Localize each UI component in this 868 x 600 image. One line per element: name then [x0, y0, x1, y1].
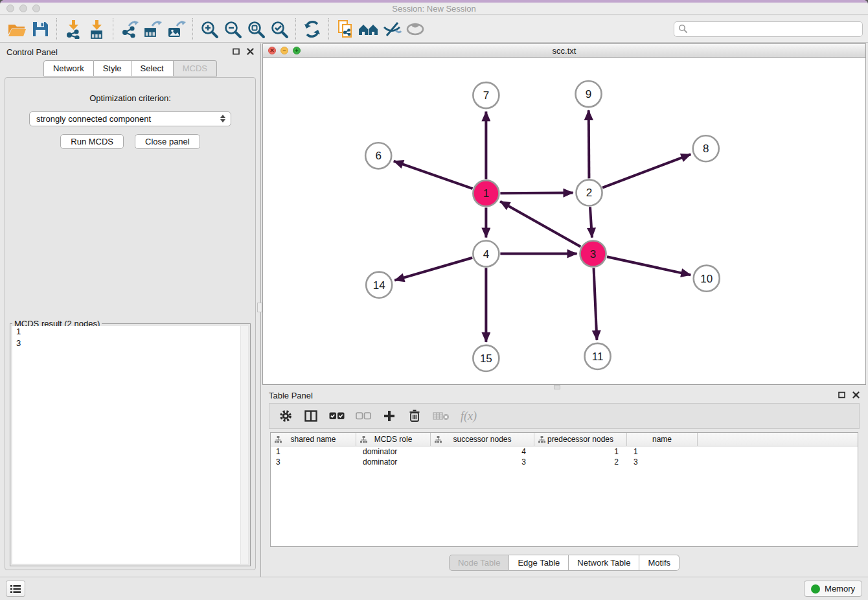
tab-mcds[interactable]: MCDS	[174, 60, 217, 76]
table-cell[interactable]: 3	[271, 457, 356, 467]
columns-icon	[304, 410, 317, 422]
float-panel-icon[interactable]	[233, 48, 240, 55]
graph-node-label-10: 10	[700, 273, 713, 285]
import-table-button[interactable]	[85, 17, 108, 41]
maximize-network-view-button[interactable]: +	[293, 47, 301, 54]
column-header-name[interactable]: name	[627, 433, 698, 446]
show-all-button[interactable]	[404, 17, 427, 41]
first-neighbors-button[interactable]	[357, 17, 380, 41]
network-canvas[interactable]: 1234678910111415	[263, 58, 865, 384]
mcds-result-line: 3	[12, 338, 248, 349]
function-builder-button-disabled: f(x)	[461, 408, 477, 424]
delete-columns-button[interactable]	[407, 408, 422, 424]
tab-edge-table[interactable]: Edge Table	[509, 555, 569, 571]
tab-node-table[interactable]: Node Table	[449, 555, 510, 571]
mcds-result-fieldset: MCDS result (2 nodes) 1 3	[10, 319, 251, 566]
toolbar-separator	[192, 18, 193, 40]
zoom-fit-button[interactable]	[244, 17, 268, 41]
table-cell[interactable]: dominator	[356, 457, 431, 467]
close-panel-icon[interactable]	[852, 391, 860, 398]
delete-table-icon	[433, 411, 450, 421]
save-floppy-icon	[30, 19, 50, 39]
mcds-result-box[interactable]: 1 3	[12, 326, 248, 564]
table-mode-button[interactable]	[279, 408, 293, 424]
export-image-button[interactable]	[165, 17, 188, 41]
control-panel-header: Control Panel	[0, 43, 260, 60]
memory-button[interactable]: Memory	[804, 581, 862, 597]
table-cell[interactable]: dominator	[356, 447, 431, 456]
graph-edge-3-1[interactable]	[500, 202, 580, 247]
graph-edge-1-2[interactable]	[500, 193, 573, 194]
import-network-button[interactable]	[62, 17, 85, 41]
search-input[interactable]	[688, 23, 858, 34]
open-folder-icon	[7, 19, 27, 39]
show-columns-button[interactable]	[304, 408, 318, 424]
right-column: ✕ − + scc.txt 1234678910111415	[261, 43, 868, 577]
column-header-mcds-role[interactable]: MCDS role	[356, 433, 431, 446]
toolbar-separator	[328, 18, 329, 40]
column-header-predecessor-nodes[interactable]: predecessor nodes	[534, 433, 627, 446]
graph-edge-4-14[interactable]	[394, 258, 472, 281]
column-tree-icon	[360, 436, 367, 443]
table-cell[interactable]: 3	[431, 457, 534, 467]
node-table[interactable]: shared name MCDS role	[270, 432, 858, 547]
run-mcds-button[interactable]: Run MCDS	[60, 134, 124, 149]
graph-edge-3-10[interactable]	[607, 257, 691, 275]
dropdown-stepper-icon	[220, 115, 225, 122]
zoom-out-button[interactable]	[221, 17, 244, 41]
tab-select[interactable]: Select	[131, 60, 174, 76]
criterion-dropdown[interactable]: strongly connected component	[29, 111, 231, 126]
table-cell[interactable]: 1	[271, 447, 356, 456]
graph-edge-2-9[interactable]	[589, 110, 589, 178]
graph-edge-3-11[interactable]	[594, 268, 597, 340]
clone-network-button[interactable]	[334, 17, 357, 41]
table-row[interactable]: 1 dominator 4 1 1	[271, 446, 858, 457]
horizontal-splitter-grip[interactable]	[554, 385, 560, 389]
graph-edge-2-3[interactable]	[590, 207, 592, 237]
select-all-button[interactable]	[329, 408, 345, 424]
table-panel-tabs: Node Table Edge Table Network Table Moti…	[262, 555, 866, 571]
zoom-in-button[interactable]	[198, 17, 221, 41]
plus-icon	[383, 410, 395, 422]
table-cell[interactable]: 1	[627, 447, 698, 456]
network-view-titlebar: ✕ − + scc.txt	[263, 44, 865, 58]
search-field[interactable]	[674, 21, 863, 37]
graph-edge-2-8[interactable]	[602, 154, 691, 187]
tab-motifs[interactable]: Motifs	[639, 555, 680, 571]
float-panel-icon[interactable]	[838, 391, 845, 398]
checked-boxes-icon	[329, 412, 345, 420]
minimize-network-view-button[interactable]: −	[280, 47, 288, 54]
table-cell[interactable]: 2	[534, 457, 627, 467]
column-header-successor-nodes[interactable]: successor nodes	[431, 433, 534, 446]
close-panel-icon[interactable]	[247, 48, 254, 55]
tab-network[interactable]: Network	[43, 60, 94, 76]
tab-style[interactable]: Style	[94, 60, 131, 76]
hide-selected-button[interactable]	[380, 17, 404, 41]
network-graph-svg: 1234678910111415	[263, 58, 865, 384]
search-icon	[678, 24, 688, 34]
clone-network-icon	[336, 19, 355, 39]
vertical-splitter-grip[interactable]	[257, 303, 262, 312]
column-label: successor nodes	[453, 435, 511, 444]
table-cell[interactable]: 4	[431, 447, 534, 456]
export-table-button[interactable]	[141, 17, 165, 41]
table-cell[interactable]: 3	[627, 457, 698, 467]
graph-edge-1-6[interactable]	[394, 161, 473, 189]
open-session-button[interactable]	[5, 17, 29, 41]
table-cell[interactable]: 1	[534, 447, 627, 456]
task-history-button[interactable]	[6, 581, 25, 597]
tab-network-table[interactable]: Network Table	[569, 555, 639, 571]
close-network-view-button[interactable]: ✕	[268, 47, 276, 54]
zoom-selected-button[interactable]	[268, 17, 291, 41]
result-scrollbar[interactable]	[240, 326, 248, 564]
table-row[interactable]: 3 dominator 3 2 3	[271, 457, 858, 467]
unselect-all-button[interactable]	[356, 408, 371, 424]
close-panel-button[interactable]: Close panel	[135, 134, 200, 149]
create-column-button[interactable]	[382, 408, 396, 424]
save-session-button[interactable]	[29, 17, 52, 41]
application-window: Session: New Session	[0, 0, 868, 600]
column-header-shared-name[interactable]: shared name	[271, 433, 356, 446]
apply-layout-button[interactable]	[301, 17, 324, 41]
export-network-button[interactable]	[118, 17, 141, 41]
zoom-selected-icon	[269, 19, 289, 39]
